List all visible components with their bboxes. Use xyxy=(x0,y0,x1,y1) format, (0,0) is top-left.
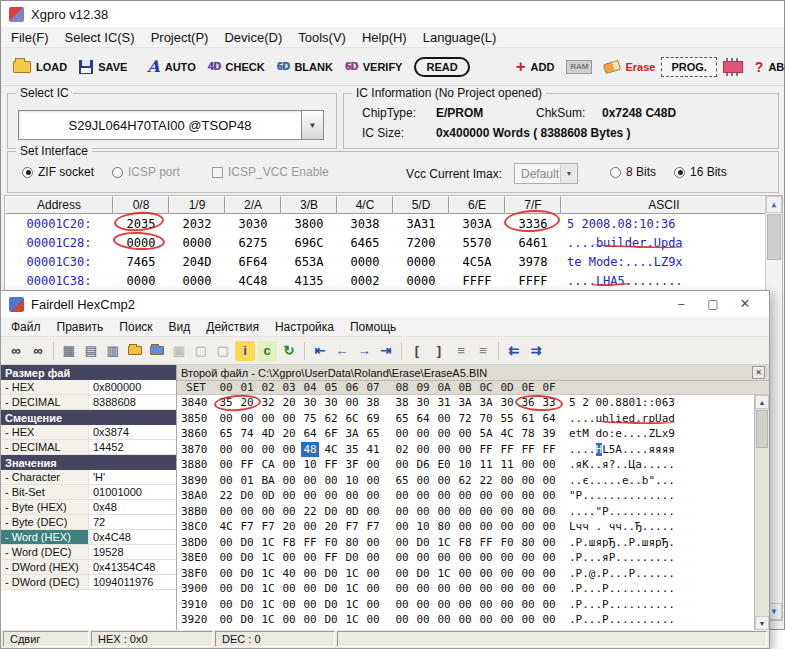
hex-byte-cell[interactable]: 00 xyxy=(498,566,516,581)
hex-byte-cell[interactable]: 6C xyxy=(343,411,361,426)
hex-byte-cell[interactable]: 00 xyxy=(540,597,558,612)
info-row[interactable]: - Word (DEC)19528 xyxy=(1,545,176,560)
hex-word-cell[interactable]: 3336 xyxy=(505,217,561,231)
hex-byte-cell[interactable]: 00 xyxy=(498,504,516,519)
hex-byte-cell[interactable]: 00 xyxy=(477,612,495,627)
hex-byte-cell[interactable]: F7 xyxy=(364,519,382,534)
hex-byte-cell[interactable]: 00 xyxy=(498,488,516,503)
hex-byte-cell[interactable]: 1C xyxy=(343,597,361,612)
menu-item[interactable]: Select IC(S) xyxy=(57,28,143,47)
hex-byte-cell[interactable]: 00 xyxy=(280,411,298,426)
hex-byte-cell[interactable]: 72 xyxy=(456,411,474,426)
hex-byte-cell[interactable]: 00 xyxy=(477,581,495,596)
hex-word-cell[interactable]: 6465 xyxy=(337,236,393,250)
info-row[interactable]: - DWord (HEX)0x41354C48 xyxy=(1,560,176,575)
hex-byte-cell[interactable]: F7 xyxy=(259,519,277,534)
hex-byte-cell[interactable]: 00 xyxy=(280,504,298,519)
hex-byte-cell[interactable]: 00 xyxy=(435,442,453,457)
hex-byte-cell[interactable]: D0 xyxy=(414,566,432,581)
menu-item[interactable]: Вид xyxy=(161,318,199,336)
find-next-icon[interactable]: ∞ xyxy=(28,341,48,361)
hex-byte-cell[interactable]: 00 xyxy=(217,535,235,550)
hex-byte-cell[interactable]: 00 xyxy=(519,519,537,534)
hex-byte-cell[interactable]: 1C xyxy=(435,535,453,550)
icsp-port-radio[interactable]: ICSP port xyxy=(112,165,180,179)
minimize-button[interactable]: – xyxy=(665,291,697,317)
hex-byte-cell[interactable]: 3A xyxy=(477,395,495,410)
verify-button[interactable]: 6D VERIFY xyxy=(339,57,409,77)
hex-byte-cell[interactable]: 0D xyxy=(259,488,277,503)
hex-byte-cell[interactable]: 55 xyxy=(498,411,516,426)
hex-byte-cell[interactable]: 00 xyxy=(280,473,298,488)
hex-byte-cell[interactable]: 00 xyxy=(343,488,361,503)
info-row[interactable]: - Byte (HEX)0x48 xyxy=(1,500,176,515)
blank-button[interactable]: 6D BLANK xyxy=(271,57,339,77)
add-button[interactable]: + ADD xyxy=(510,54,561,79)
hex-word-cell[interactable]: FFFF xyxy=(449,274,505,288)
vcc-imax-dropdown[interactable]: Default ▼ xyxy=(514,163,578,184)
hex-byte-cell[interactable]: 00 xyxy=(414,442,432,457)
info-row[interactable]: - DECIMAL8388608 xyxy=(1,395,176,410)
hex-word-cell[interactable]: 3978 xyxy=(505,255,561,269)
scroll-up-icon[interactable]: ▲ xyxy=(755,395,769,409)
hex-byte-cell[interactable]: 5A xyxy=(477,426,495,441)
hex-byte-cell[interactable]: 00 xyxy=(435,504,453,519)
menu-item[interactable]: Project(P) xyxy=(143,28,217,47)
hex-byte-cursor[interactable]: 48 xyxy=(301,442,319,457)
hex-byte-cell[interactable]: 00 xyxy=(435,426,453,441)
hex-byte-cell[interactable]: 00 xyxy=(540,488,558,503)
hex-byte-cell[interactable]: 00 xyxy=(393,504,411,519)
hex-byte-cell[interactable]: 00 xyxy=(540,535,558,550)
hex-byte-cell[interactable]: 00 xyxy=(456,581,474,596)
hex-byte-cell[interactable]: 00 xyxy=(217,473,235,488)
hex-byte-cell[interactable]: D0 xyxy=(322,504,340,519)
hex-byte-cell[interactable]: D0 xyxy=(238,488,256,503)
hex-word-cell[interactable]: 2035 xyxy=(113,217,169,231)
hex-byte-cell[interactable]: D0 xyxy=(322,581,340,596)
hex-byte-cell[interactable]: FF xyxy=(519,442,537,457)
hex-byte-cell[interactable]: 00 xyxy=(540,581,558,596)
hex-byte-cell[interactable]: 65 xyxy=(364,426,382,441)
hex-byte-cell[interactable]: 1C xyxy=(343,566,361,581)
hex-byte-cell[interactable]: 70 xyxy=(477,411,495,426)
hex-byte-cell[interactable]: 00 xyxy=(280,597,298,612)
hex-byte-cell[interactable]: 11 xyxy=(498,457,516,472)
hex-byte-cell[interactable]: 10 xyxy=(456,457,474,472)
ic-config-button[interactable] xyxy=(717,57,749,77)
hex-byte-cell[interactable]: FF xyxy=(322,550,340,565)
ram-button[interactable]: RAM xyxy=(560,56,598,78)
hex-byte-cell[interactable]: D0 xyxy=(322,612,340,627)
hex-byte-cell[interactable]: 00 xyxy=(519,581,537,596)
erase-button[interactable]: Erase xyxy=(598,57,661,77)
info-row[interactable]: - DWord (DEC)1094011976 xyxy=(1,575,176,590)
hex-byte-cell[interactable]: 00 xyxy=(477,488,495,503)
hex-word-cell[interactable]: 0000 xyxy=(113,274,169,288)
hex-byte-cell[interactable]: F7 xyxy=(238,519,256,534)
prog-button[interactable]: PROG. xyxy=(661,57,716,77)
hex-byte-cell[interactable]: 00 xyxy=(540,519,558,534)
hex-byte-cell[interactable]: 00 xyxy=(519,457,537,472)
hex-byte-cell[interactable]: 4D xyxy=(259,426,277,441)
zif-socket-radio[interactable]: ZIF socket xyxy=(22,165,94,179)
hex-byte-cell[interactable]: F0 xyxy=(498,535,516,550)
hex-byte-cell[interactable]: 00 xyxy=(414,504,432,519)
hex-byte-cell[interactable]: 65 xyxy=(393,411,411,426)
hex-byte-cell[interactable]: 00 xyxy=(540,612,558,627)
hex-byte-cell[interactable]: D0 xyxy=(238,597,256,612)
file-list-icon[interactable]: ▦ xyxy=(59,341,79,361)
hex-byte-cell[interactable]: FF xyxy=(301,535,319,550)
hex-byte-cell[interactable]: D0 xyxy=(238,535,256,550)
hex-byte-cell[interactable]: 33 xyxy=(540,395,558,410)
scroll-down-icon[interactable]: ▼ xyxy=(755,616,769,630)
hex-byte-cell[interactable]: 00 xyxy=(498,473,516,488)
hex-byte-cell[interactable]: 3F xyxy=(343,457,361,472)
hex-byte-cell[interactable]: 00 xyxy=(280,457,298,472)
icsp-vcc-checkbox[interactable]: ICSP_VCC Enable xyxy=(212,165,329,179)
find-icon[interactable]: ∞ xyxy=(6,341,26,361)
8-bits-radio[interactable]: 8 Bits xyxy=(610,165,656,179)
hex-byte-cell[interactable]: D0 xyxy=(322,566,340,581)
hex-byte-cell[interactable]: 62 xyxy=(456,473,474,488)
hex-byte-cell[interactable]: 6F xyxy=(322,426,340,441)
hex-byte-cell[interactable]: 00 xyxy=(477,550,495,565)
hex-byte-cell[interactable]: 00 xyxy=(435,597,453,612)
